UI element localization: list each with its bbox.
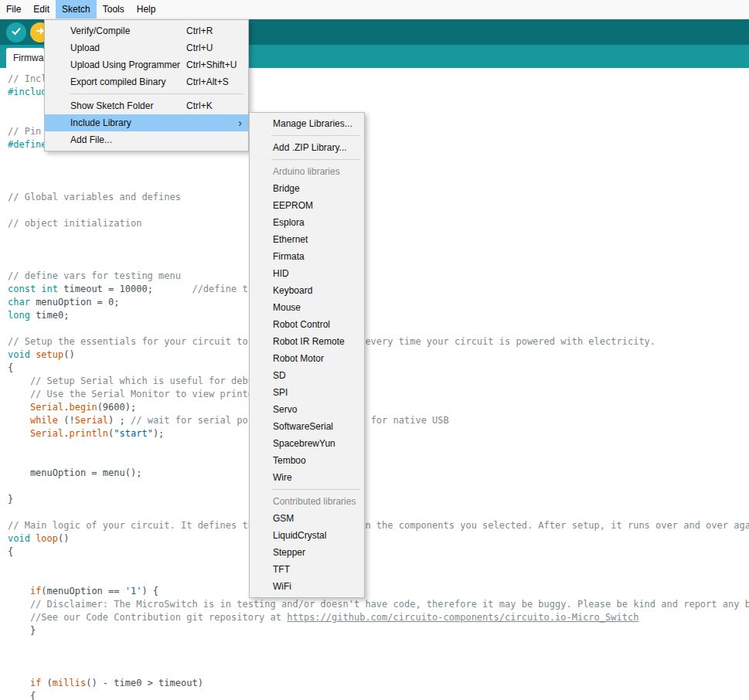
code-token: // define vars for testing menu (8, 270, 181, 281)
menubar-item-sketch[interactable]: Sketch (56, 0, 97, 19)
menu-item-tft[interactable]: TFT (250, 561, 364, 578)
menu-item-eeprom[interactable]: EEPROM (250, 197, 364, 214)
menu-item-label: Temboo (273, 455, 306, 466)
menu-item-wire[interactable]: Wire (250, 469, 364, 486)
menu-item-label: Keyboard (273, 285, 312, 296)
menu-item-esplora[interactable]: Esplora (250, 214, 364, 231)
menubar-item-help[interactable]: Help (131, 0, 162, 19)
menu-item-label: Include Library (70, 117, 131, 128)
menu-item-ethernet[interactable]: Ethernet (250, 231, 364, 248)
menu-item-robot-ir-remote[interactable]: Robot IR Remote (250, 333, 364, 350)
menu-item-show-sketch-folder[interactable]: Show Sketch FolderCtrl+K (45, 97, 248, 114)
verify-button[interactable] (6, 22, 26, 42)
code-token: } (8, 494, 13, 505)
menu-item-label: SoftwareSerial (273, 421, 333, 432)
menu-item-stepper[interactable]: Stepper (250, 544, 364, 561)
menu-item-wifi[interactable]: WiFi (250, 578, 364, 595)
menu-item-softwareserial[interactable]: SoftwareSerial (250, 418, 364, 435)
menu-item-robot-motor[interactable]: Robot Motor (250, 350, 364, 367)
menu-item-label: Arduino libraries (273, 166, 340, 177)
code-line: // Setup Serial which is useful for debu… (8, 375, 749, 388)
menu-item-verify-compile[interactable]: Verify/CompileCtrl+R (45, 22, 248, 39)
code-line (8, 165, 749, 178)
menu-item-label: Manage Libraries... (273, 118, 352, 129)
menu-item-include-library[interactable]: Include Library› (45, 114, 248, 131)
menu-item-servo[interactable]: Servo (250, 401, 364, 418)
code-line (8, 322, 749, 335)
code-line (8, 651, 749, 664)
menu-item-label: Robot Control (273, 319, 330, 330)
menu-item-label: SD (273, 370, 286, 381)
code-line: void setup() (8, 348, 749, 362)
code-token: { (8, 362, 13, 373)
code-line: char menuOption = 0; (8, 296, 749, 309)
menu-item-keyboard[interactable]: Keyboard (250, 282, 364, 299)
menu-item-export-compiled-binary[interactable]: Export compiled BinaryCtrl+Alt+S (45, 73, 248, 90)
menu-item-label: Ethernet (273, 234, 308, 245)
code-token: while (30, 415, 58, 426)
menu-item-spi[interactable]: SPI (250, 384, 364, 401)
menu-item-add-file[interactable]: Add File... (45, 131, 248, 148)
menubar-item-tools[interactable]: Tools (97, 0, 131, 19)
code-token: const int (8, 284, 58, 294)
code-token (8, 586, 30, 596)
menu-item-liquidcrystal[interactable]: LiquidCrystal (250, 527, 364, 544)
code-token: // Disclaimer: The MicroSwitch is in tes… (8, 599, 749, 610)
sketch-menu: Verify/CompileCtrl+RUploadCtrl+UUpload U… (44, 19, 249, 151)
menu-item-sd[interactable]: SD (250, 367, 364, 384)
menu-item-gsm[interactable]: GSM (250, 510, 364, 527)
code-token: . (63, 428, 69, 439)
code-token: setup (36, 349, 63, 360)
menu-item-bridge[interactable]: Bridge (250, 180, 364, 197)
menu-item-robot-control[interactable]: Robot Control (250, 316, 364, 333)
menu-item-label: WiFi (273, 581, 291, 592)
code-line: // define vars for testing menu (8, 270, 749, 283)
menu-item-add-zip-library[interactable]: Add .ZIP Library... (250, 139, 364, 156)
code-token: millis (53, 678, 86, 688)
menu-item-label: SPI (273, 387, 288, 398)
menu-separator (271, 135, 360, 136)
code-line: { (8, 362, 749, 375)
code-token: println (70, 428, 109, 439)
menu-separator (271, 489, 360, 490)
code-line: //See our Code Contribution git reposito… (8, 611, 749, 624)
menu-item-label: Add File... (70, 134, 112, 145)
menu-item-spacebrewyun[interactable]: SpacebrewYun (250, 435, 364, 452)
code-token: '1' (125, 586, 142, 596)
menubar-item-edit[interactable]: Edit (27, 0, 56, 19)
menu-item-manage-libraries[interactable]: Manage Libraries... (250, 115, 364, 132)
code-line (8, 243, 749, 257)
code-line (8, 572, 749, 585)
code-line (8, 454, 749, 467)
code-token: if (30, 586, 41, 596)
menu-item-label: Upload (70, 42, 100, 53)
code-editor[interactable]: // Include Libraries#include "Arduino.h"… (0, 68, 749, 700)
code-token: #define (8, 139, 47, 150)
menubar-item-file[interactable]: File (0, 0, 27, 19)
code-token (8, 428, 30, 439)
menu-separator (271, 159, 360, 160)
menu-item-mouse[interactable]: Mouse (250, 299, 364, 316)
menu-item-label: Robot IR Remote (273, 336, 345, 347)
code-line: { (8, 545, 749, 559)
code-token (8, 678, 30, 688)
menu-item-label: Mouse (273, 302, 301, 313)
code-line (8, 151, 749, 165)
menu-item-label: Stepper (273, 547, 305, 558)
menu-item-upload[interactable]: UploadCtrl+U (45, 39, 248, 56)
menu-item-hid[interactable]: HID (250, 265, 364, 282)
code-token: // Global variables and defines (8, 192, 181, 202)
menu-item-firmata[interactable]: Firmata (250, 248, 364, 265)
tab-firmware[interactable]: Firmware (6, 48, 44, 68)
menu-shortcut: Ctrl+U (186, 42, 213, 53)
code-token: begin (70, 402, 97, 413)
code-line: long time0; (8, 309, 749, 322)
menu-shortcut: Ctrl+Shift+U (186, 59, 237, 70)
code-token: ) { (141, 586, 158, 596)
code-token: ) ; (108, 415, 131, 426)
menu-item-label: Bridge (273, 183, 300, 194)
menu-item-temboo[interactable]: Temboo (250, 452, 364, 469)
menu-item-upload-using-programmer[interactable]: Upload Using ProgrammerCtrl+Shift+U (45, 56, 248, 73)
menu-item-label: Contributed libraries (273, 496, 356, 507)
code-line: // Global variables and defines (8, 191, 749, 204)
